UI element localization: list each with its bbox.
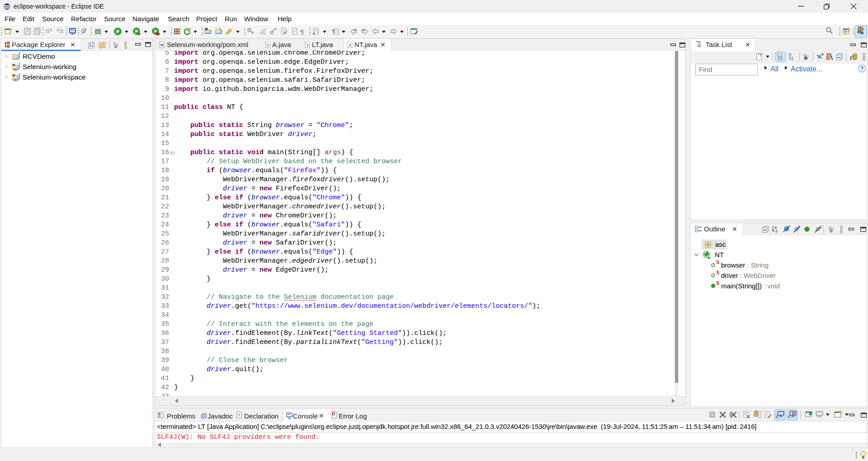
svg-text:J: J xyxy=(307,43,309,47)
svg-text:!: ! xyxy=(15,79,15,81)
svg-text:J: J xyxy=(18,63,20,66)
svg-text:!: ! xyxy=(15,68,15,71)
svg-text:J: J xyxy=(18,52,20,56)
svg-text:J: J xyxy=(862,27,864,31)
svg-text:J: J xyxy=(267,43,269,47)
svg-text:J: J xyxy=(18,73,20,77)
svg-text:M: M xyxy=(12,63,15,67)
svg-text:M: M xyxy=(160,43,164,47)
svg-text:J: J xyxy=(349,43,351,47)
svg-text:M: M xyxy=(12,73,15,77)
svg-text:z: z xyxy=(775,229,778,233)
